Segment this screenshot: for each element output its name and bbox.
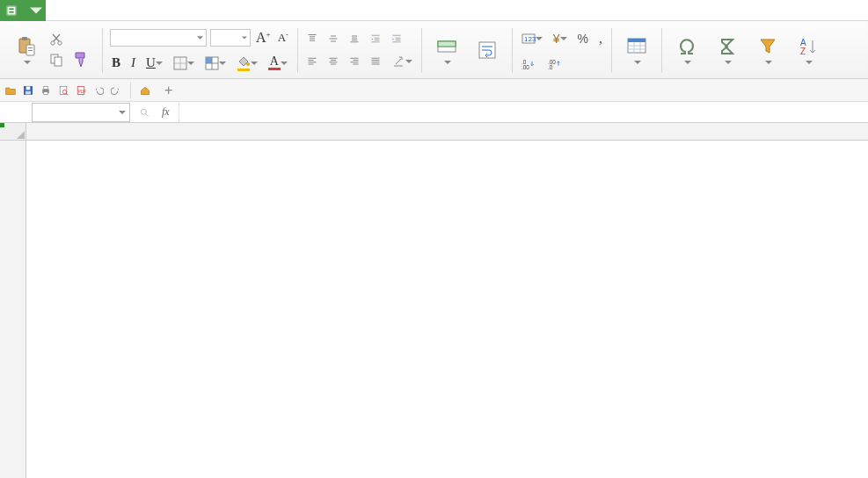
wrap-icon [477, 40, 498, 61]
font-name-select[interactable] [110, 29, 207, 47]
group-font: A+ A- B I U A [105, 23, 295, 78]
table-styles-button[interactable] [619, 34, 654, 68]
decrease-decimal-icon: .00.0 [548, 57, 562, 71]
copy-button[interactable] [49, 53, 67, 67]
sum-button[interactable] [710, 34, 745, 68]
spreadsheet-grid [0, 123, 868, 478]
chevron-down-icon [444, 59, 451, 66]
merge-center-button[interactable] [429, 34, 464, 68]
font-size-input[interactable] [214, 32, 238, 44]
undo-button[interactable] [91, 83, 106, 98]
filter-button[interactable] [750, 34, 785, 68]
redo-button[interactable] [109, 83, 123, 98]
print-button[interactable] [39, 83, 53, 98]
comma-button[interactable]: , [597, 29, 604, 48]
wrap-text-button[interactable] [470, 38, 505, 64]
chevron-down-icon[interactable] [242, 34, 247, 41]
align-bottom-button[interactable] [347, 32, 361, 46]
svg-rect-18 [438, 41, 456, 47]
orientation-icon [391, 54, 405, 69]
chevron-down-icon [560, 35, 567, 42]
select-all-corner[interactable] [0, 123, 26, 141]
name-box[interactable] [32, 103, 130, 122]
chevron-down-icon[interactable] [119, 109, 126, 116]
copy-icon [49, 53, 63, 67]
save-button[interactable] [21, 83, 35, 98]
borders-button[interactable] [171, 54, 196, 72]
svg-rect-1 [8, 7, 16, 15]
formula-bar[interactable] [179, 103, 868, 122]
brand-dropdown-icon [30, 4, 42, 17]
svg-point-16 [246, 62, 250, 66]
format-painter-button[interactable] [72, 50, 95, 69]
svg-point-9 [51, 40, 55, 44]
increase-decimal-button[interactable]: .0.00 [520, 55, 537, 73]
group-tools: AZ [664, 23, 831, 78]
svg-point-40 [141, 109, 146, 114]
font-shrink-button[interactable]: A- [276, 29, 290, 47]
align-middle-button[interactable] [326, 32, 340, 46]
chevron-down-icon[interactable] [197, 34, 203, 41]
currency-button[interactable]: ¥ [551, 30, 569, 47]
svg-rect-2 [9, 8, 13, 10]
chevron-down-icon [634, 59, 641, 66]
fx-button[interactable]: fx [160, 104, 171, 120]
chevron-down-icon [725, 59, 732, 66]
symbols-button[interactable] [669, 34, 704, 68]
group-alignment [300, 23, 419, 78]
format-painter-icon [72, 50, 91, 69]
zoom-namebox-icon[interactable] [137, 105, 151, 120]
cell-styles-button[interactable] [203, 54, 228, 72]
sigma-icon [717, 36, 738, 57]
row-headers [0, 123, 26, 478]
menu-bar [0, 0, 868, 21]
open-button[interactable] [4, 83, 18, 98]
decrease-decimal-button[interactable]: .00.0 [546, 55, 564, 73]
new-tab-button[interactable]: + [159, 83, 178, 98]
fill-color-button[interactable] [235, 53, 259, 73]
font-size-select[interactable] [210, 29, 251, 47]
app-brand[interactable] [0, 0, 46, 21]
svg-rect-27 [628, 39, 646, 42]
chevron-down-icon [219, 60, 226, 67]
orientation-button[interactable] [390, 53, 414, 70]
svg-rect-8 [28, 50, 33, 51]
align-left-button[interactable] [305, 54, 319, 69]
sort-icon: AZ [798, 36, 819, 57]
svg-text:PDF: PDF [78, 90, 86, 94]
number-format-button[interactable]: 123 [520, 30, 544, 47]
scissors-icon [49, 33, 63, 47]
indent-increase-button[interactable] [390, 32, 404, 46]
group-styles [614, 23, 660, 78]
align-right-button[interactable] [347, 54, 361, 69]
svg-text:.00: .00 [522, 64, 529, 70]
pdf-button[interactable]: PDF [74, 83, 88, 98]
print-preview-button[interactable] [56, 83, 70, 98]
chevron-down-icon [765, 59, 772, 66]
sort-button[interactable]: AZ [791, 34, 826, 68]
paste-button[interactable] [9, 34, 44, 68]
svg-rect-15 [206, 57, 212, 63]
percent-button[interactable]: % [576, 30, 590, 47]
indent-decrease-button[interactable] [368, 32, 383, 46]
italic-button[interactable]: I [129, 54, 137, 72]
chevron-down-icon [536, 35, 543, 42]
paste-icon [16, 36, 37, 57]
align-top-button[interactable] [305, 32, 319, 46]
svg-rect-7 [28, 47, 33, 48]
svg-rect-3 [9, 11, 13, 13]
svg-rect-12 [55, 57, 62, 66]
chevron-down-icon [251, 60, 258, 67]
cut-button[interactable] [49, 33, 95, 47]
home-tab-button[interactable] [138, 83, 152, 98]
align-center-button[interactable] [326, 54, 340, 69]
underline-button[interactable]: U [144, 54, 164, 72]
svg-text:123: 123 [524, 35, 536, 43]
font-name-input[interactable] [113, 32, 193, 44]
justify-button[interactable] [368, 54, 383, 69]
font-color-button[interactable]: A [266, 54, 289, 72]
bold-button[interactable]: B [110, 54, 122, 72]
formula-bar-row: fx [0, 102, 868, 123]
font-grow-button[interactable]: A+ [254, 28, 273, 47]
svg-text:.0: .0 [548, 64, 553, 70]
